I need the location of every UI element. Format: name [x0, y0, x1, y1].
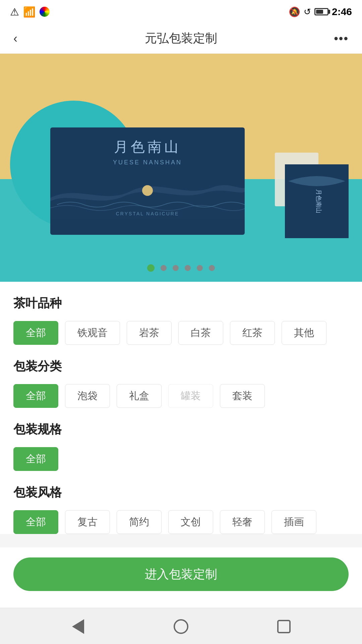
dot-5[interactable] [197, 265, 203, 271]
tag-group-package-style: 全部 复古 简约 文创 轻奢 插画 [13, 510, 349, 534]
tag-tea-hongcha[interactable]: 红茶 [230, 321, 275, 345]
tag-tea-all[interactable]: 全部 [13, 321, 58, 345]
color-icon [40, 7, 50, 17]
wifi-icon: 📶 [23, 6, 36, 18]
section-package-style: 包装风格 全部 复古 简约 文创 轻奢 插画 [13, 484, 349, 534]
home-circle-icon [174, 619, 188, 634]
time-display: 2:46 [332, 6, 352, 17]
status-left-icons: ⚠ 📶 [10, 6, 50, 18]
banner-wave-decoration: CRYSTAL NAGICURE [50, 171, 245, 218]
enter-customization-button[interactable]: 进入包装定制 [13, 557, 349, 591]
tag-style-jianyue[interactable]: 简约 [117, 510, 162, 534]
nav-home-button[interactable] [171, 616, 191, 637]
svg-point-0 [142, 185, 153, 196]
nav-back-button[interactable] [68, 616, 88, 637]
section-title-package-style: 包装风格 [13, 484, 349, 501]
tag-group-tea-type: 全部 铁观音 岩茶 白茶 红茶 其他 [13, 321, 349, 345]
section-tea-type: 茶叶品种 全部 铁观音 岩茶 白茶 红茶 其他 [13, 295, 349, 345]
dot-2[interactable] [161, 265, 167, 271]
tag-tea-yancha[interactable]: 岩茶 [127, 321, 172, 345]
tag-pkg-guanzhuang[interactable]: 罐装 [168, 384, 213, 408]
status-bar: ⚠ 📶 🔕 ↺ 2:46 [0, 0, 362, 23]
section-package-size: 包装规格 全部 [13, 421, 349, 471]
alert-icon: ⚠ [10, 6, 19, 18]
tag-tea-baicha[interactable]: 白茶 [178, 321, 223, 345]
banner-main-box: 月色南山 YUESE NANSHAN CRYSTAL NAGICURE [50, 127, 245, 235]
tag-size-all[interactable]: 全部 [13, 447, 58, 471]
back-button[interactable]: ‹ [13, 32, 34, 46]
bottom-nav [0, 608, 362, 644]
tag-tea-other[interactable]: 其他 [282, 321, 326, 345]
filter-content: 茶叶品种 全部 铁观音 岩茶 白茶 红茶 其他 包装分类 全部 泡袋 礼盒 罐装… [0, 282, 362, 534]
dot-6[interactable] [209, 265, 215, 271]
tag-pkg-all[interactable]: 全部 [13, 384, 58, 408]
battery-icon [314, 8, 328, 15]
svg-text:月色南山: 月色南山 [315, 189, 322, 213]
cta-wrapper: 进入包装定制 [0, 547, 362, 608]
tag-group-package-type: 全部 泡袋 礼盒 罐装 套装 [13, 384, 349, 408]
more-button[interactable]: ••• [328, 32, 349, 46]
page-title: 元弘包装定制 [34, 30, 328, 47]
tag-pkg-lihe[interactable]: 礼盒 [117, 384, 162, 408]
banner-product-subtitle: YUESE NANSHAN [50, 159, 245, 166]
tag-style-chuhua[interactable]: 插画 [272, 510, 316, 534]
section-package-type: 包装分类 全部 泡袋 礼盒 罐装 套装 [13, 358, 349, 408]
status-right-icons: 🔕 ↺ 2:46 [289, 6, 352, 17]
nav-recents-button[interactable] [274, 616, 294, 637]
back-triangle-icon [72, 619, 84, 634]
banner: 月色南山 YUESE NANSHAN CRYSTAL NAGICURE 月色南山 [0, 54, 362, 282]
tag-style-fugu[interactable]: 复古 [65, 510, 110, 534]
dot-3[interactable] [173, 265, 179, 271]
banner-tall-box: 月色南山 [285, 164, 349, 238]
mute-icon: 🔕 [289, 6, 300, 17]
rotate-icon: ↺ [304, 7, 311, 17]
tag-style-all[interactable]: 全部 [13, 510, 58, 534]
tag-pkg-paobao[interactable]: 泡袋 [65, 384, 110, 408]
tag-style-qingshe[interactable]: 轻奢 [220, 510, 265, 534]
section-title-tea-type: 茶叶品种 [13, 295, 349, 312]
header: ‹ 元弘包装定制 ••• [0, 23, 362, 54]
banner-product-title: 月色南山 [50, 127, 245, 156]
dot-4[interactable] [185, 265, 191, 271]
banner-dots [147, 264, 215, 272]
recents-square-icon [277, 620, 291, 633]
tag-pkg-taozhuang[interactable]: 套装 [220, 384, 265, 408]
section-title-package-size: 包装规格 [13, 421, 349, 438]
tag-group-package-size: 全部 [13, 447, 349, 471]
svg-text:CRYSTAL NAGICURE: CRYSTAL NAGICURE [116, 211, 179, 216]
dot-1[interactable] [147, 264, 155, 272]
tag-style-wenchuang[interactable]: 文创 [168, 510, 213, 534]
section-title-package-type: 包装分类 [13, 358, 349, 375]
tag-tea-tieguanyin[interactable]: 铁观音 [65, 321, 120, 345]
